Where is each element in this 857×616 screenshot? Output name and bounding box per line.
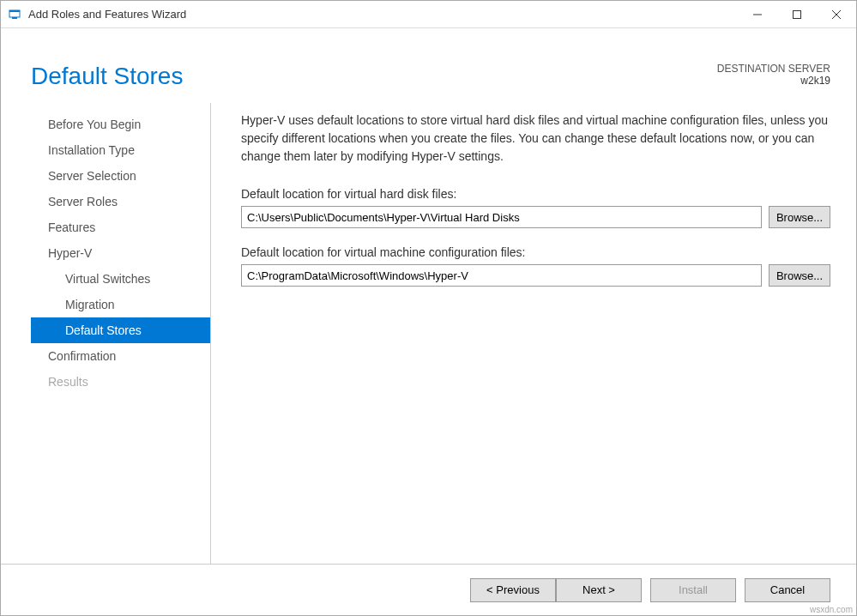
watermark: wsxdn.com <box>810 605 853 614</box>
svg-rect-2 <box>12 17 17 19</box>
vhd-path-input[interactable] <box>241 206 762 228</box>
nav-button-group: < Previous Next > <box>470 578 642 602</box>
sidebar-item-migration[interactable]: Migration <box>31 292 210 317</box>
previous-button[interactable]: < Previous <box>470 578 556 602</box>
vhd-location-group: Default location for virtual hard disk f… <box>241 187 830 228</box>
window-title: Add Roles and Features Wizard <box>28 8 738 21</box>
config-path-input[interactable] <box>241 264 762 287</box>
config-browse-button[interactable]: Browse... <box>769 264 830 287</box>
wizard-window: Add Roles and Features Wizard Default St… <box>0 0 857 616</box>
description-text: Hyper-V uses default locations to store … <box>241 112 830 166</box>
destination-info: DESTINATION SERVER w2k19 <box>717 63 830 87</box>
sidebar-item-server-selection[interactable]: Server Selection <box>31 163 210 189</box>
config-row: Browse... <box>241 264 830 287</box>
destination-label: DESTINATION SERVER <box>717 63 830 75</box>
sidebar-item-server-roles[interactable]: Server Roles <box>31 189 210 214</box>
maximize-button[interactable] <box>777 2 817 27</box>
sidebar-item-confirmation[interactable]: Confirmation <box>31 343 210 369</box>
vhd-browse-button[interactable]: Browse... <box>769 206 830 228</box>
main-content: Hyper-V uses default locations to store … <box>211 103 830 564</box>
config-location-group: Default location for virtual machine con… <box>241 245 830 287</box>
app-icon <box>8 8 21 21</box>
sidebar-item-virtual-switches[interactable]: Virtual Switches <box>31 266 210 292</box>
install-button[interactable]: Install <box>650 578 736 602</box>
titlebar: Add Roles and Features Wizard <box>1 1 856 28</box>
vhd-row: Browse... <box>241 206 830 228</box>
next-button[interactable]: Next > <box>556 578 642 602</box>
window-controls <box>738 2 856 27</box>
page-title: Default Stores <box>31 63 183 90</box>
destination-server: w2k19 <box>717 75 830 87</box>
header-section: Default Stores DESTINATION SERVER w2k19 <box>1 28 856 103</box>
sidebar-item-results: Results <box>31 369 210 395</box>
sidebar: Before You BeginInstallation TypeServer … <box>31 103 211 564</box>
sidebar-item-default-stores[interactable]: Default Stores <box>31 317 210 343</box>
footer: < Previous Next > Install Cancel <box>1 564 856 615</box>
sidebar-item-installation-type[interactable]: Installation Type <box>31 137 210 163</box>
sidebar-item-hyper-v[interactable]: Hyper-V <box>31 240 210 266</box>
cancel-button[interactable]: Cancel <box>745 578 830 602</box>
vhd-label: Default location for virtual hard disk f… <box>241 187 830 201</box>
content-area: Before You BeginInstallation TypeServer … <box>1 103 856 564</box>
sidebar-item-features[interactable]: Features <box>31 214 210 240</box>
sidebar-item-before-you-begin[interactable]: Before You Begin <box>31 112 210 137</box>
close-button[interactable] <box>817 2 856 27</box>
minimize-button[interactable] <box>738 2 777 27</box>
svg-rect-4 <box>794 10 801 18</box>
config-label: Default location for virtual machine con… <box>241 245 830 259</box>
svg-rect-1 <box>9 10 20 12</box>
